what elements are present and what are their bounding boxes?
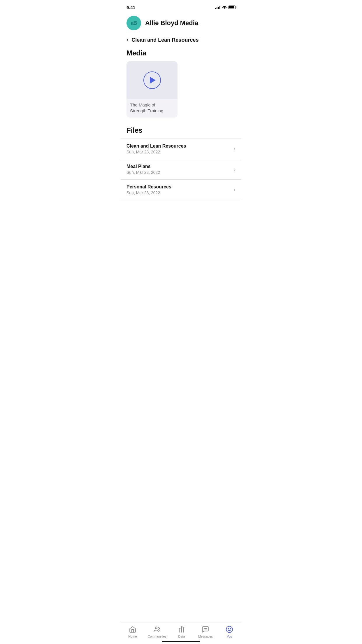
files-section: Files Clean and Lean Resources Sun, Mar … [121,123,241,200]
status-time: 9:41 [126,5,135,10]
files-section-title: Files [121,126,241,139]
signal-icon [215,6,220,9]
app-logo-text: aB [131,20,137,26]
status-bar: 9:41 [121,0,241,13]
file-name: Meal Plans [126,164,160,169]
file-date: Sun, Mar 23, 2022 [126,190,171,195]
back-button[interactable]: ‹ [126,37,129,43]
media-label: The Magic of Strength Training [126,99,178,118]
chevron-right-icon: › [234,146,236,152]
play-button[interactable] [143,71,161,89]
nav-row: ‹ Clean and Lean Resources [121,35,241,49]
file-date: Sun, Mar 23, 2022 [126,150,186,154]
file-list: Clean and Lean Resources Sun, Mar 23, 20… [121,139,241,200]
app-header: aB Allie Bloyd Media [121,13,241,35]
media-section: Media The Magic of Strength Training [121,49,241,123]
page-title: Clean and Lean Resources [131,37,198,43]
wifi-icon [222,6,227,9]
file-info: Personal Resources Sun, Mar 23, 2022 [126,184,171,195]
file-item[interactable]: Clean and Lean Resources Sun, Mar 23, 20… [121,139,241,159]
file-name: Clean and Lean Resources [126,144,186,149]
app-name: Allie Bloyd Media [145,19,198,27]
chevron-right-icon: › [234,187,236,193]
file-info: Clean and Lean Resources Sun, Mar 23, 20… [126,144,186,154]
app-logo: aB [126,16,141,30]
media-card[interactable]: The Magic of Strength Training [126,61,178,118]
file-item[interactable]: Personal Resources Sun, Mar 23, 2022 › [121,180,241,200]
file-item[interactable]: Meal Plans Sun, Mar 23, 2022 › [121,159,241,180]
file-date: Sun, Mar 23, 2022 [126,170,160,175]
battery-icon [229,6,236,9]
file-info: Meal Plans Sun, Mar 23, 2022 [126,164,160,175]
play-icon [150,77,156,84]
chevron-right-icon: › [234,166,236,172]
file-name: Personal Resources [126,184,171,190]
status-icons [215,6,236,9]
media-thumbnail [126,61,178,99]
media-section-title: Media [121,49,241,61]
